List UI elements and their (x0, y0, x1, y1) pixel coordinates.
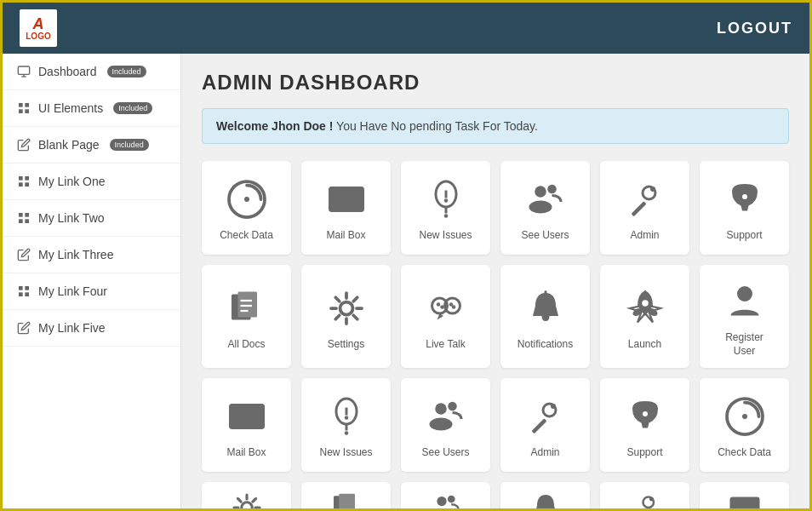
admin-label-1: Admin (630, 229, 659, 243)
live-talk-label: Live Talk (426, 338, 465, 352)
check-data-card-2[interactable]: Check Data (700, 378, 789, 472)
svg-point-62 (344, 432, 348, 436)
main-content: ADMIN DASHBOARD Welcome Jhon Doe ! You H… (181, 54, 809, 508)
admin-icon-1 (622, 176, 668, 222)
sidebar-item-my-link-three[interactable]: My Link Three (3, 237, 180, 273)
sidebar-item-my-link-four[interactable]: My Link Four (3, 273, 180, 310)
svg-point-27 (535, 186, 546, 198)
see-users-label-1: See Users (521, 229, 569, 243)
svg-rect-5 (19, 109, 23, 113)
support-card-1[interactable]: Support (700, 161, 789, 255)
sidebar-item-my-link-two[interactable]: My Link Two (3, 200, 180, 237)
sidebar-item-my-link-five[interactable]: My Link Five (3, 310, 180, 347)
notifications-card[interactable]: Notifications (500, 265, 590, 368)
admin-card-1[interactable]: Admin (600, 161, 689, 255)
logo-box: A LOGO (20, 9, 57, 47)
svg-line-79 (237, 499, 241, 502)
svg-line-81 (252, 499, 255, 502)
row4-card-3[interactable] (401, 482, 490, 508)
sidebar-item-blank-page[interactable]: Blank Page Included (3, 127, 180, 164)
icon-grid-row1: Check Data Mail Box New Issues (202, 161, 789, 255)
edit2-icon (16, 247, 31, 262)
row4-card-2[interactable] (301, 482, 391, 508)
row4-icon-2 (329, 491, 363, 508)
svg-rect-7 (19, 176, 23, 181)
svg-line-46 (353, 297, 357, 301)
admin-card-2[interactable]: Admin (500, 378, 590, 472)
grid4-icon (16, 284, 31, 299)
icon-grid-row3: Mail Box New Issues See Users (202, 378, 789, 472)
svg-rect-14 (25, 219, 29, 223)
mail-box-label-2: Mail Box (226, 446, 266, 460)
svg-point-39 (340, 301, 352, 314)
svg-rect-0 (18, 66, 29, 74)
support-label-2: Support (626, 446, 662, 460)
logout-button[interactable]: LOGOUT (717, 20, 792, 37)
check-data-icon (224, 176, 270, 222)
svg-rect-13 (19, 219, 23, 223)
support-card-2[interactable]: Support (600, 378, 689, 472)
see-users-card-2[interactable]: See Users (401, 378, 490, 472)
launch-icon (622, 285, 668, 331)
row4-card-4[interactable] (500, 482, 590, 508)
svg-point-70 (551, 404, 556, 409)
mail-box-card-1[interactable]: Mail Box (301, 161, 391, 255)
new-issues-card-1[interactable]: New Issues (401, 161, 490, 255)
check-data-card[interactable]: Check Data (202, 161, 291, 255)
settings-card[interactable]: Settings (301, 265, 391, 368)
layout: Dashboard Included UI Elements Included … (3, 54, 809, 508)
live-talk-icon (423, 285, 469, 331)
support-label-1: Support (726, 229, 762, 243)
logo-text: LOGO (26, 32, 50, 41)
sidebar: Dashboard Included UI Elements Included … (3, 54, 181, 508)
grid2-icon (16, 174, 31, 189)
see-users-icon-1 (523, 176, 569, 222)
icon-grid-row2: All Docs Settings Live Talk (202, 265, 789, 368)
register-user-card[interactable]: RegisterUser (700, 265, 789, 368)
svg-point-90 (649, 497, 654, 502)
settings-label: Settings (328, 338, 364, 352)
grid3-icon (16, 210, 31, 226)
sidebar-item-dashboard[interactable]: Dashboard Included (3, 54, 180, 90)
icon-grid-row4 (202, 482, 789, 508)
row4-card-5[interactable] (600, 482, 689, 508)
ui-badge: Included (113, 102, 152, 114)
sidebar-label: My Link One (38, 175, 106, 188)
mail-box-card-2[interactable]: Mail Box (202, 378, 291, 472)
svg-point-66 (448, 402, 457, 411)
svg-rect-8 (25, 176, 29, 181)
sidebar-item-ui-elements[interactable]: UI Elements Included (3, 90, 180, 127)
svg-point-67 (429, 418, 452, 431)
live-talk-card[interactable]: Live Talk (401, 265, 490, 368)
row4-card-6[interactable] (700, 482, 789, 508)
svg-rect-15 (19, 286, 23, 290)
row4-card-1[interactable] (202, 482, 291, 508)
sidebar-item-my-link-one[interactable]: My Link One (3, 164, 180, 200)
see-users-card-1[interactable]: See Users (500, 161, 590, 255)
svg-point-51 (440, 305, 444, 309)
new-issues-card-2[interactable]: New Issues (301, 378, 391, 472)
check-data-label: Check Data (220, 229, 273, 243)
edit-icon (16, 137, 31, 152)
new-issues-icon-1 (423, 176, 469, 222)
register-user-icon (722, 278, 768, 324)
sidebar-label: My Link Five (38, 321, 106, 335)
svg-point-30 (639, 184, 657, 202)
svg-line-45 (353, 315, 357, 319)
support-icon-2 (622, 393, 668, 439)
svg-rect-16 (25, 286, 29, 290)
new-issues-icon-2 (323, 393, 369, 439)
svg-line-47 (335, 315, 340, 319)
svg-rect-35 (237, 291, 257, 317)
notifications-label: Notifications (518, 338, 573, 352)
check-data-label-2: Check Data (718, 446, 771, 460)
all-docs-icon (224, 285, 270, 331)
svg-rect-4 (25, 103, 29, 107)
new-issues-label-1: New Issues (419, 229, 472, 243)
svg-point-32 (650, 187, 655, 192)
admin-label-2: Admin (530, 446, 559, 460)
all-docs-card[interactable]: All Docs (202, 265, 291, 368)
svg-point-68 (540, 401, 558, 419)
svg-point-24 (443, 214, 448, 218)
launch-card[interactable]: Launch (600, 265, 689, 368)
